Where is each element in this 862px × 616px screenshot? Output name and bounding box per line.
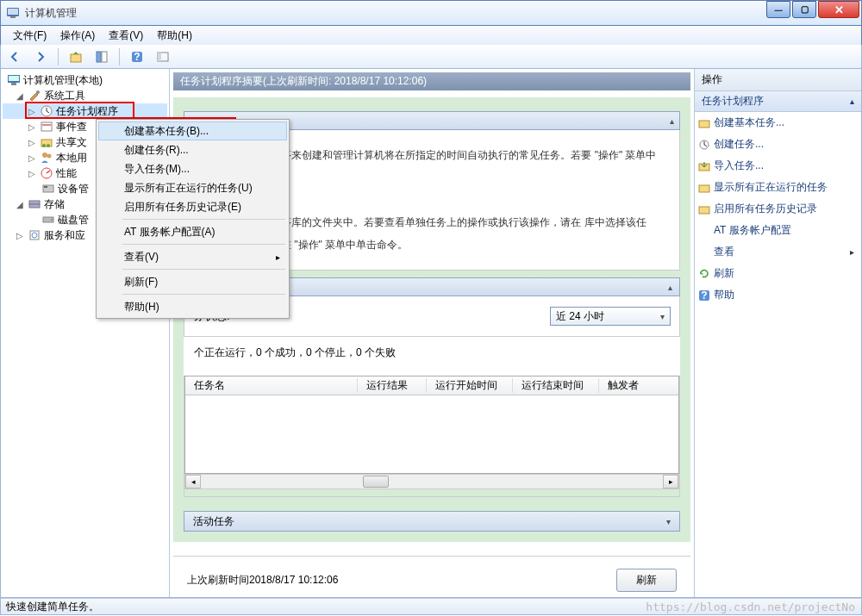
tree-root[interactable]: 计算机管理(本地) bbox=[3, 72, 167, 88]
action-help[interactable]: ? 帮助 bbox=[695, 284, 861, 306]
tree-system-tools[interactable]: ◢ 系统工具 bbox=[3, 88, 167, 103]
window-titlebar: 计算机管理 ─ ▢ ✕ bbox=[0, 0, 862, 26]
tree-item-label: 存储 bbox=[44, 197, 65, 212]
folder-icon bbox=[698, 203, 710, 215]
expand-icon[interactable]: ▷ bbox=[27, 152, 37, 163]
cm-create-basic[interactable]: 创建基本任务(B)... bbox=[98, 121, 287, 140]
svg-rect-4 bbox=[97, 52, 101, 62]
action-show-running[interactable]: 显示所有正在运行的任务 bbox=[695, 177, 861, 198]
svg-point-21 bbox=[47, 154, 52, 159]
svg-point-20 bbox=[42, 152, 47, 158]
minimize-button[interactable]: ─ bbox=[766, 1, 790, 18]
summary-header: 任务计划程序摘要(上次刷新时间: 2018/8/17 10:12:06) bbox=[173, 72, 690, 90]
menu-separator bbox=[122, 219, 285, 220]
chevron-up-icon: ▴ bbox=[670, 116, 674, 126]
action-refresh[interactable]: 刷新 bbox=[695, 263, 861, 284]
tree-item-label: 事件查 bbox=[56, 120, 87, 134]
refresh-button[interactable]: 刷新 bbox=[616, 569, 677, 592]
actions-section-header[interactable]: 任务计划程序 ▴ bbox=[695, 91, 861, 112]
expand-icon[interactable]: ▷ bbox=[15, 230, 25, 240]
action-import-task[interactable]: 导入任务... bbox=[695, 155, 861, 177]
up-button[interactable] bbox=[66, 47, 86, 66]
task-table: 任务名 运行结果 运行开始时间 运行结束时间 触发者 bbox=[184, 376, 679, 474]
collapse-icon[interactable]: ◢ bbox=[15, 90, 25, 101]
active-tasks-label: 活动任务 bbox=[193, 514, 234, 529]
device-icon bbox=[41, 182, 55, 196]
cm-import-task[interactable]: 导入任务(M)... bbox=[98, 159, 287, 178]
svg-rect-11 bbox=[9, 76, 19, 81]
col-task-name[interactable]: 任务名 bbox=[185, 378, 358, 393]
show-hide-button[interactable] bbox=[153, 47, 173, 66]
window-title: 计算机管理 bbox=[25, 6, 77, 21]
maximize-button[interactable]: ▢ bbox=[792, 1, 816, 18]
task-icon bbox=[698, 139, 710, 151]
scroll-thumb[interactable] bbox=[363, 476, 389, 488]
scroll-track[interactable] bbox=[201, 475, 663, 488]
action-create-basic[interactable]: 创建基本任务... bbox=[695, 112, 861, 134]
action-view[interactable]: 查看 ▸ bbox=[695, 241, 861, 263]
tree-root-label: 计算机管理(本地) bbox=[23, 73, 103, 88]
help-button[interactable]: ? bbox=[127, 47, 147, 66]
properties-button[interactable] bbox=[91, 47, 112, 66]
cm-at-config[interactable]: AT 服务帐户配置(A) bbox=[98, 222, 287, 241]
last-refresh-text: 上次刷新时间2018/8/17 10:12:06 bbox=[187, 573, 338, 588]
app-icon bbox=[6, 6, 20, 20]
cm-view[interactable]: 查看(V)▸ bbox=[98, 247, 287, 266]
tree-item-label: 本地用 bbox=[56, 151, 87, 165]
statusbar-text: 快速创建简单任务。 bbox=[6, 600, 99, 614]
submenu-arrow-icon: ▸ bbox=[276, 252, 280, 262]
chevron-down-icon: ▾ bbox=[666, 517, 671, 526]
actions-pane: 操作 任务计划程序 ▴ 创建基本任务... 创建任务... 导入任务... 显示… bbox=[695, 69, 861, 597]
svg-point-28 bbox=[51, 219, 53, 221]
menu-action[interactable]: 操作(A) bbox=[53, 27, 102, 45]
disk-icon bbox=[41, 213, 55, 227]
tools-icon bbox=[28, 89, 41, 103]
action-at-config[interactable]: AT 服务帐户配置 bbox=[695, 220, 861, 241]
scroll-left-button[interactable]: ◂ bbox=[185, 475, 201, 488]
help-icon: ? bbox=[698, 289, 710, 302]
cm-enable-history[interactable]: 启用所有任务历史记录(E) bbox=[98, 197, 287, 216]
horizontal-scrollbar[interactable]: ◂ ▸ bbox=[184, 474, 679, 489]
svg-rect-2 bbox=[10, 16, 16, 18]
folder-icon bbox=[698, 182, 710, 194]
expand-icon[interactable]: ▷ bbox=[27, 168, 37, 178]
clock-icon bbox=[40, 104, 53, 118]
users-icon bbox=[40, 151, 53, 165]
table-body bbox=[185, 395, 678, 473]
tree-item-label: 系统工具 bbox=[44, 89, 85, 103]
cm-show-running[interactable]: 显示所有正在运行的任务(U) bbox=[98, 178, 287, 197]
cm-refresh[interactable]: 刷新(F) bbox=[98, 272, 287, 291]
svg-point-13 bbox=[36, 90, 40, 94]
close-button[interactable]: ✕ bbox=[818, 1, 859, 18]
tree-item-label: 性能 bbox=[56, 166, 77, 181]
menu-file[interactable]: 文件(F) bbox=[6, 27, 53, 45]
menu-separator bbox=[122, 269, 285, 270]
active-tasks-header[interactable]: 活动任务 ▾ bbox=[184, 511, 680, 532]
col-result[interactable]: 运行结果 bbox=[358, 378, 427, 393]
back-button[interactable] bbox=[4, 47, 25, 66]
col-end[interactable]: 运行结束时间 bbox=[513, 378, 599, 393]
action-create-task[interactable]: 创建任务... bbox=[695, 134, 861, 155]
svg-point-19 bbox=[47, 144, 50, 147]
scroll-right-button[interactable]: ▸ bbox=[663, 475, 678, 488]
time-range-combo[interactable]: 近 24 小时 bbox=[550, 307, 671, 326]
summary-header-text: 任务计划程序摘要(上次刷新时间: 2018/8/17 10:12:06) bbox=[180, 74, 427, 89]
col-start[interactable]: 运行开始时间 bbox=[427, 378, 513, 393]
forward-button[interactable] bbox=[30, 47, 51, 66]
collapse-icon: ▴ bbox=[850, 96, 854, 106]
expand-icon[interactable]: ▷ bbox=[27, 137, 37, 147]
expand-icon[interactable]: ▷ bbox=[27, 106, 37, 116]
tree-task-scheduler[interactable]: ▷ 任务计划程序 bbox=[3, 103, 167, 119]
menu-help[interactable]: 帮助(H) bbox=[150, 27, 199, 45]
chevron-up-icon: ▴ bbox=[668, 283, 672, 292]
menu-view[interactable]: 查看(V) bbox=[102, 27, 150, 45]
expand-icon[interactable]: ▷ bbox=[27, 121, 37, 132]
col-trigger[interactable]: 触发者 bbox=[599, 378, 659, 393]
tree-item-label: 共享文 bbox=[56, 135, 87, 150]
task-table-container: 任务名 运行结果 运行开始时间 运行结束时间 触发者 ◂ ▸ bbox=[184, 376, 680, 497]
cm-create-task[interactable]: 创建任务(R)... bbox=[98, 140, 287, 159]
cm-help[interactable]: 帮助(H) bbox=[98, 297, 287, 316]
tree-item-label: 磁盘管 bbox=[58, 213, 89, 227]
collapse-icon[interactable]: ◢ bbox=[15, 199, 25, 209]
action-enable-history[interactable]: 启用所有任务历史记录 bbox=[695, 198, 861, 220]
